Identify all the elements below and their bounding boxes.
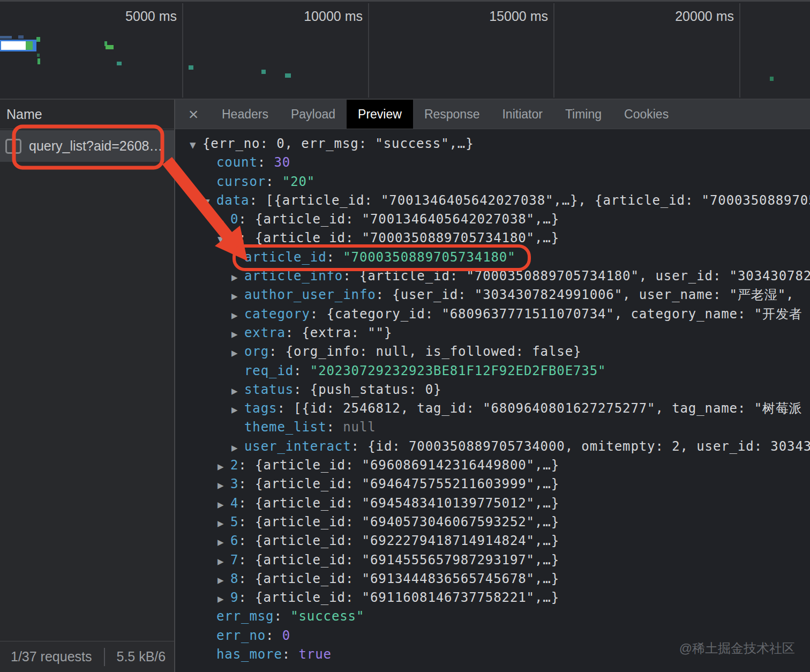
json-row[interactable]: ▶org: {org_info: null, is_followed: fals… (175, 342, 810, 361)
name-column-header[interactable]: Name (0, 100, 174, 129)
tab-payload[interactable]: Payload (280, 100, 347, 129)
expander-closed-icon[interactable]: ▶ (231, 325, 244, 344)
json-segment-k: 2 (230, 458, 238, 473)
json-segment-k: 7 (230, 552, 238, 568)
json-row[interactable]: count: 30 (175, 153, 810, 172)
json-row[interactable]: article_id: "7000350889705734180" (175, 248, 810, 267)
expander-closed-icon[interactable]: ▶ (231, 401, 244, 420)
json-segment-s: "20230729232923BE81F12F92ED2FB0E735" (310, 363, 606, 378)
json-row[interactable]: err_msg: "success" (175, 607, 810, 626)
expander-closed-icon[interactable]: ▶ (218, 533, 230, 552)
expander-open-icon[interactable]: ▼ (204, 193, 216, 212)
summary-divider (104, 648, 105, 666)
waterfall-mark (36, 37, 40, 42)
waterfall-mark (106, 45, 114, 49)
expander-closed-icon[interactable]: ▶ (218, 458, 230, 476)
tab-cookies[interactable]: Cookies (613, 100, 680, 129)
json-row[interactable]: ▶author_user_info: {user_id: "3034307824… (175, 286, 810, 304)
json-row[interactable]: cursor: "20" (175, 173, 810, 191)
json-row[interactable]: ▶4: {article_id: "6945483410139775012",…… (175, 494, 810, 513)
expander-closed-icon[interactable]: ▶ (231, 344, 244, 363)
detail-tabs: HeadersPayloadPreviewResponseInitiatorTi… (211, 100, 680, 129)
waterfall-mark (189, 65, 193, 70)
request-list-panel: Name query_list?aid=2608… 1/37 requests … (0, 100, 175, 672)
timeline-gridline (182, 3, 183, 98)
json-segment-p: : {article_id: "6914555657987293197",…} (238, 552, 559, 568)
json-segment-p: : (274, 609, 290, 624)
expander-open-icon[interactable]: ▼ (218, 230, 230, 249)
tab-timing[interactable]: Timing (554, 100, 613, 129)
expander-closed-icon[interactable]: ▶ (231, 287, 244, 306)
json-segment-p: : {article_id: "6940573046067593252",…} (238, 514, 559, 529)
timeline-tick-label: 10000 ms (304, 9, 363, 24)
json-row[interactable]: ▶2: {article_id: "6960869142316449800",…… (175, 456, 810, 475)
json-row[interactable]: ▶3: {article_id: "6946475755211603999",…… (175, 475, 810, 494)
waterfall-mark (37, 54, 40, 57)
json-row[interactable]: req_id: "20230729232923BE81F12F92ED2FB0E… (175, 362, 810, 380)
json-segment-k: author_user_info (244, 287, 376, 302)
json-segment-p: : [{id: 2546812, tag_id: "68096408016272… (277, 401, 802, 416)
request-name: query_list?aid=2608… (29, 138, 162, 154)
expander-closed-icon[interactable]: ▶ (231, 268, 244, 287)
json-segment-k: article_info (244, 268, 343, 283)
json-row[interactable]: ▼1: {article_id: "7000350889705734180",…… (175, 229, 810, 248)
timeline-tick-label: 5000 ms (125, 9, 177, 24)
json-segment-p: : (282, 647, 299, 662)
json-segment-s: "20" (282, 174, 315, 189)
devtools-network-panel: 5000 ms10000 ms15000 ms20000 ms Name que… (0, 0, 810, 672)
json-row[interactable]: ▶9: {article_id: "6911608146737758221",…… (175, 588, 810, 607)
json-row[interactable]: ▶7: {article_id: "6914555657987293197",…… (175, 551, 810, 570)
json-segment-p: {err_no: 0, err_msg: "success",…} (202, 136, 474, 151)
json-row[interactable]: ▶user_interact: {id: 7000350889705734000… (175, 437, 810, 456)
expander-closed-icon[interactable]: ▶ (218, 552, 230, 571)
expander-closed-icon[interactable]: ▶ (231, 382, 244, 401)
expander-closed-icon[interactable]: ▶ (231, 439, 244, 458)
json-row[interactable]: ▶article_info: {article_id: "70003508897… (175, 267, 810, 286)
json-row[interactable]: ▼data: [{article_id: "700134640564202703… (175, 191, 810, 210)
json-row[interactable]: theme_list: null (175, 418, 810, 437)
expander-closed-icon[interactable]: ▶ (218, 590, 230, 609)
timeline-tick-label: 15000 ms (489, 9, 548, 24)
request-row-query-list[interactable]: query_list?aid=2608… (0, 130, 174, 162)
json-segment-p: : {category_id: "6809637771511070734", c… (310, 307, 802, 322)
json-row[interactable]: ▶tags: [{id: 2546812, tag_id: "680964080… (175, 399, 810, 418)
expander-closed-icon[interactable]: ▶ (218, 514, 230, 533)
expander-closed-icon[interactable]: ▶ (218, 212, 230, 230)
json-row[interactable]: ▶5: {article_id: "6940573046067593252",…… (175, 513, 810, 532)
close-icon[interactable]: × (183, 100, 204, 129)
json-row[interactable]: ▶status: {push_status: 0} (175, 380, 810, 399)
json-row[interactable]: ▶category: {category_id: "68096377715110… (175, 305, 810, 324)
expander-closed-icon[interactable]: ▶ (231, 307, 244, 325)
json-segment-p: : {article_id: "6911608146737758221",…} (238, 590, 559, 605)
json-segment-k: org (244, 344, 269, 359)
tab-preview[interactable]: Preview (347, 100, 413, 129)
waterfall-mark (38, 58, 40, 64)
expander-closed-icon[interactable]: ▶ (218, 496, 230, 514)
waterfall-mark (18, 35, 24, 39)
tab-response[interactable]: Response (413, 100, 491, 129)
request-doc-icon (5, 139, 21, 154)
json-segment-p: : {article_id: "6946475755211603999",…} (238, 476, 559, 491)
json-segment-k: theme_list (244, 420, 327, 435)
json-segment-k: article_id (244, 250, 327, 265)
expander-closed-icon[interactable]: ▶ (218, 571, 230, 590)
expander-closed-icon[interactable]: ▶ (218, 476, 230, 495)
json-segment-p: : {extra: ""} (286, 325, 393, 340)
json-row[interactable]: ▶extra: {extra: ""} (175, 324, 810, 342)
expander-open-icon[interactable]: ▼ (190, 136, 202, 155)
tab-initiator[interactable]: Initiator (491, 100, 553, 129)
json-segment-k: 4 (230, 496, 238, 511)
preview-json-tree[interactable]: ▼{err_no: 0, err_msg: "success",…}count:… (175, 129, 810, 672)
json-row[interactable]: ▶8: {article_id: "6913444836565745678",…… (175, 570, 810, 588)
json-segment-n: 0 (282, 628, 290, 643)
json-row[interactable]: ▶0: {article_id: "7001346405642027038",…… (175, 210, 810, 229)
json-segment-p: : [{article_id: "7001346405642027038",…}… (249, 193, 810, 208)
network-overview-timeline[interactable]: 5000 ms10000 ms15000 ms20000 ms (0, 0, 810, 100)
json-segment-p: : {article_id: "7000350889705734180", us… (343, 268, 810, 283)
json-row[interactable]: ▶6: {article_id: "6922279418714914824",…… (175, 532, 810, 550)
tab-headers[interactable]: Headers (211, 100, 280, 129)
requests-count: 1/37 requests (11, 649, 92, 664)
json-row[interactable]: ▼{err_no: 0, err_msg: "success",…} (175, 135, 810, 153)
timeline-gridline (553, 3, 554, 98)
json-segment-k: 8 (230, 571, 238, 586)
